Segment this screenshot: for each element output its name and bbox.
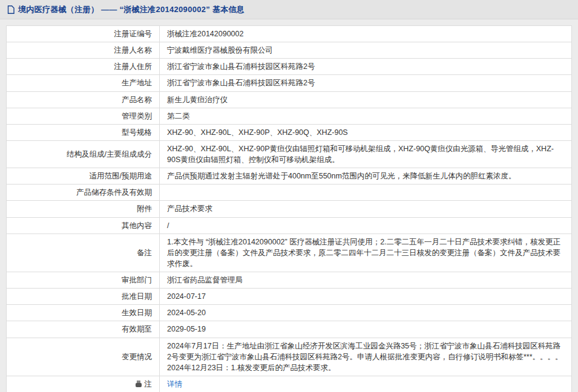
row-value: 宁波戴维医疗器械股份有限公司 (160, 42, 572, 59)
row-label: 批准日期 (7, 289, 160, 305)
row-label: 审批部门 (7, 272, 160, 289)
registration-info-table: 注册证编号浙械注准20142090002注册人名称宁波戴维医疗器械股份有限公司注… (6, 25, 572, 392)
row-value: 2024-05-20 (160, 305, 572, 321)
row-value: 2029-05-19 (160, 321, 572, 338)
table-row: 批准日期2024-07-17 (7, 289, 572, 305)
row-value: 2024年7月17日：生产地址由浙江省象山经济开发区滨海工业园金兴路35号；浙江… (160, 338, 572, 376)
row-value: 产品技术要求 (160, 201, 572, 217)
table-row: 其他内容/ (7, 217, 572, 234)
page-header: 境内医疗器械（注册） —— “浙械注准20142090002” 基本信息 (0, 0, 578, 19)
table-row: 型号规格XHZ-90、XHZ-90L、XHZ-90P、XHZ-90Q、XHZ-9… (7, 124, 572, 140)
table-row: 适用范围/预期用途产品供预期通过发射主辐射光谱处于400nm至550nm范围内的… (7, 168, 572, 185)
row-value: 产品供预期通过发射主辐射光谱处于400nm至550nm范围内的可见光，来降低新生… (160, 168, 572, 185)
row-label: 产品名称 (7, 91, 160, 108)
row-value: 2024-07-17 (160, 289, 572, 305)
table-row: 产品名称新生儿黄疸治疗仪 (7, 91, 572, 108)
row-value: 新生儿黄疸治疗仪 (160, 91, 572, 108)
table-row: 注册人名称宁波戴维医疗器械股份有限公司 (7, 42, 572, 59)
table-row: 产品储存条件及有效期 (7, 185, 572, 201)
row-label: 注册人名称 (7, 42, 160, 59)
row-value: 浙械注准20142090002 (160, 26, 572, 42)
row-value: 第二类 (160, 108, 572, 124)
row-label: 适用范围/预期用途 (7, 168, 160, 185)
table-row: 生效日期2024-05-20 (7, 305, 572, 321)
row-value: 1.本文件与 “浙械注准20142090002” 医疗器械注册证共同使用；2.二… (160, 234, 572, 272)
table-row: 注册人住所浙江省宁波市象山县石浦科技园区科苑路2号 (7, 59, 572, 75)
row-label: 注 (7, 376, 160, 392)
row-label: 产品储存条件及有效期 (7, 185, 160, 201)
page-title: 境内医疗器械（注册） —— “浙械注准20142090002” 基本信息 (18, 4, 245, 15)
row-label: 变更情况 (7, 338, 160, 376)
row-label: 生产地址 (7, 75, 160, 91)
table-row: 审批部门浙江省药品监督管理局 (7, 272, 572, 289)
row-label: 其他内容 (7, 217, 160, 234)
row-label: 备注 (7, 234, 160, 272)
table-row: 附件产品技术要求 (7, 201, 572, 217)
print-icon (135, 381, 142, 388)
row-label: 附件 (7, 201, 160, 217)
row-value: XHZ-90、XHZ-90L、XHZ-90P黄疸仪由辐照灯箱和可移动机架组成，X… (160, 140, 572, 168)
row-value: 浙江省宁波市象山县石浦科技园区科苑路2号 (160, 75, 572, 91)
table-row: 管理类别第二类 (7, 108, 572, 124)
table-row: 备注1.本文件与 “浙械注准20142090002” 医疗器械注册证共同使用；2… (7, 234, 572, 272)
table-row: 变更情况2024年7月17日：生产地址由浙江省象山经济开发区滨海工业园金兴路35… (7, 338, 572, 376)
row-label: 结构及组成/主要组成成分 (7, 140, 160, 168)
table-row: 注册证编号浙械注准20142090002 (7, 26, 572, 42)
row-label: 生效日期 (7, 305, 160, 321)
document-icon (7, 5, 15, 14)
row-value: 浙江省药品监督管理局 (160, 272, 572, 289)
row-label: 注册证编号 (7, 26, 160, 42)
row-label: 注册人住所 (7, 59, 160, 75)
table-row: 结构及组成/主要组成成分XHZ-90、XHZ-90L、XHZ-90P黄疸仪由辐照… (7, 140, 572, 168)
table-row: 生产地址浙江省宁波市象山县石浦科技园区科苑路2号 (7, 75, 572, 91)
table-row: 注详情 (7, 376, 572, 392)
row-value: 浙江省宁波市象山县石浦科技园区科苑路2号 (160, 59, 572, 75)
row-label: 有效期至 (7, 321, 160, 338)
row-value: / (160, 217, 572, 234)
row-value (160, 185, 572, 201)
table-row: 有效期至2029-05-19 (7, 321, 572, 338)
row-label: 型号规格 (7, 124, 160, 140)
row-value: 详情 (160, 376, 572, 392)
row-label: 管理类别 (7, 108, 160, 124)
row-label-text: 注 (145, 380, 153, 388)
detail-link[interactable]: 详情 (167, 380, 182, 388)
row-value: XHZ-90、XHZ-90L、XHZ-90P、XHZ-90Q、XHZ-90S (160, 124, 572, 140)
